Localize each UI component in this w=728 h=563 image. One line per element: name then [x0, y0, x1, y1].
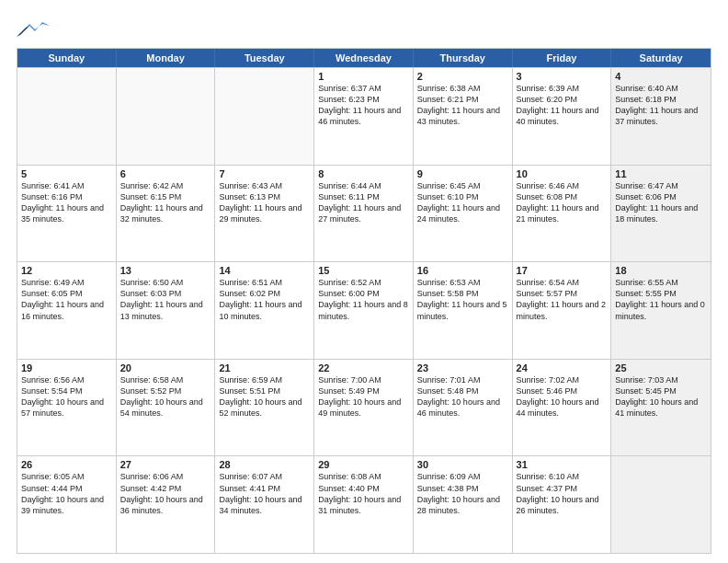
- cal-cell-day-21: 21Sunrise: 6:59 AM Sunset: 5:51 PM Dayli…: [215, 360, 314, 456]
- cal-cell-day-12: 12Sunrise: 6:49 AM Sunset: 6:05 PM Dayli…: [17, 262, 117, 359]
- cal-week-5: 26Sunrise: 6:05 AM Sunset: 4:44 PM Dayli…: [17, 455, 711, 553]
- day-number: 4: [615, 71, 707, 82]
- cell-info: Sunrise: 6:51 AM Sunset: 6:02 PM Dayligh…: [219, 277, 310, 322]
- cal-cell-empty: [215, 68, 314, 165]
- cal-week-4: 19Sunrise: 6:56 AM Sunset: 5:54 PM Dayli…: [17, 359, 711, 456]
- day-number: 11: [615, 168, 707, 179]
- calendar-body: 1Sunrise: 6:37 AM Sunset: 6:23 PM Daylig…: [17, 67, 711, 553]
- cell-info: Sunrise: 6:09 AM Sunset: 4:38 PM Dayligh…: [417, 471, 508, 516]
- day-number: 21: [219, 362, 310, 373]
- cell-info: Sunrise: 6:49 AM Sunset: 6:05 PM Dayligh…: [21, 277, 112, 322]
- cell-info: Sunrise: 6:50 AM Sunset: 6:03 PM Dayligh…: [120, 277, 211, 322]
- cal-week-1: 1Sunrise: 6:37 AM Sunset: 6:23 PM Daylig…: [17, 67, 711, 165]
- cell-info: Sunrise: 6:08 AM Sunset: 4:40 PM Dayligh…: [318, 471, 409, 516]
- cell-info: Sunrise: 6:55 AM Sunset: 5:55 PM Dayligh…: [615, 277, 707, 322]
- cell-info: Sunrise: 6:38 AM Sunset: 6:21 PM Dayligh…: [417, 83, 508, 128]
- day-number: 25: [615, 362, 707, 373]
- cell-info: Sunrise: 6:39 AM Sunset: 6:20 PM Dayligh…: [517, 83, 608, 128]
- cal-cell-day-31: 31Sunrise: 6:10 AM Sunset: 4:37 PM Dayli…: [513, 456, 612, 553]
- header: [17, 17, 711, 42]
- cell-info: Sunrise: 6:06 AM Sunset: 4:42 PM Dayligh…: [120, 471, 211, 516]
- cell-info: Sunrise: 7:00 AM Sunset: 5:49 PM Dayligh…: [318, 374, 409, 419]
- cal-header-sunday: Sunday: [17, 49, 117, 67]
- cal-cell-day-5: 5Sunrise: 6:41 AM Sunset: 6:16 PM Daylig…: [17, 166, 117, 262]
- cal-cell-day-9: 9Sunrise: 6:45 AM Sunset: 6:10 PM Daylig…: [414, 166, 513, 262]
- cell-info: Sunrise: 6:52 AM Sunset: 6:00 PM Dayligh…: [318, 277, 409, 322]
- cal-cell-empty: [117, 68, 216, 165]
- cal-cell-day-2: 2Sunrise: 6:38 AM Sunset: 6:21 PM Daylig…: [414, 68, 513, 165]
- day-number: 26: [21, 459, 112, 470]
- cal-cell-day-13: 13Sunrise: 6:50 AM Sunset: 6:03 PM Dayli…: [117, 262, 216, 359]
- day-number: 18: [615, 265, 707, 276]
- cal-cell-day-3: 3Sunrise: 6:39 AM Sunset: 6:20 PM Daylig…: [513, 68, 612, 165]
- cal-cell-day-18: 18Sunrise: 6:55 AM Sunset: 5:55 PM Dayli…: [611, 262, 711, 359]
- cal-cell-day-22: 22Sunrise: 7:00 AM Sunset: 5:49 PM Dayli…: [314, 360, 414, 456]
- cal-cell-day-10: 10Sunrise: 6:46 AM Sunset: 6:08 PM Dayli…: [513, 166, 612, 262]
- day-number: 29: [318, 459, 409, 470]
- cell-info: Sunrise: 6:56 AM Sunset: 5:54 PM Dayligh…: [21, 374, 112, 419]
- cell-info: Sunrise: 6:54 AM Sunset: 5:57 PM Dayligh…: [517, 277, 608, 322]
- day-number: 24: [517, 362, 608, 373]
- cal-header-tuesday: Tuesday: [215, 49, 314, 67]
- cal-week-3: 12Sunrise: 6:49 AM Sunset: 6:05 PM Dayli…: [17, 261, 711, 359]
- cal-cell-day-26: 26Sunrise: 6:05 AM Sunset: 4:44 PM Dayli…: [17, 456, 117, 553]
- logo-bird-icon: [17, 17, 50, 42]
- day-number: 9: [417, 168, 508, 179]
- cell-info: Sunrise: 7:01 AM Sunset: 5:48 PM Dayligh…: [417, 374, 508, 419]
- day-number: 22: [318, 362, 409, 373]
- cell-info: Sunrise: 6:10 AM Sunset: 4:37 PM Dayligh…: [517, 471, 608, 516]
- cell-info: Sunrise: 7:03 AM Sunset: 5:45 PM Dayligh…: [615, 374, 707, 419]
- day-number: 6: [120, 168, 211, 179]
- cell-info: Sunrise: 6:44 AM Sunset: 6:11 PM Dayligh…: [318, 180, 409, 225]
- cal-cell-empty: [17, 68, 117, 165]
- cell-info: Sunrise: 6:45 AM Sunset: 6:10 PM Dayligh…: [417, 180, 508, 225]
- day-number: 12: [21, 265, 112, 276]
- svg-marker-0: [20, 22, 50, 35]
- cell-info: Sunrise: 6:47 AM Sunset: 6:06 PM Dayligh…: [615, 180, 707, 225]
- day-number: 14: [219, 265, 310, 276]
- cal-cell-empty: [611, 456, 711, 553]
- cell-info: Sunrise: 6:46 AM Sunset: 6:08 PM Dayligh…: [517, 180, 608, 225]
- day-number: 2: [417, 71, 508, 82]
- cell-info: Sunrise: 6:40 AM Sunset: 6:18 PM Dayligh…: [615, 83, 707, 128]
- logo: [17, 17, 53, 42]
- cal-cell-day-30: 30Sunrise: 6:09 AM Sunset: 4:38 PM Dayli…: [414, 456, 513, 553]
- cal-cell-day-20: 20Sunrise: 6:58 AM Sunset: 5:52 PM Dayli…: [117, 360, 216, 456]
- day-number: 31: [517, 459, 608, 470]
- cal-header-thursday: Thursday: [414, 49, 513, 67]
- cal-header-saturday: Saturday: [611, 49, 711, 67]
- cal-cell-day-4: 4Sunrise: 6:40 AM Sunset: 6:18 PM Daylig…: [611, 68, 711, 165]
- cal-week-2: 5Sunrise: 6:41 AM Sunset: 6:16 PM Daylig…: [17, 165, 711, 262]
- day-number: 3: [517, 71, 608, 82]
- cell-info: Sunrise: 6:42 AM Sunset: 6:15 PM Dayligh…: [120, 180, 211, 225]
- page: SundayMondayTuesdayWednesdayThursdayFrid…: [0, 0, 728, 563]
- cell-info: Sunrise: 6:59 AM Sunset: 5:51 PM Dayligh…: [219, 374, 310, 419]
- svg-marker-1: [17, 26, 29, 37]
- day-number: 7: [219, 168, 310, 179]
- cal-cell-day-11: 11Sunrise: 6:47 AM Sunset: 6:06 PM Dayli…: [611, 166, 711, 262]
- calendar: SundayMondayTuesdayWednesdayThursdayFrid…: [17, 48, 711, 554]
- cal-cell-day-16: 16Sunrise: 6:53 AM Sunset: 5:58 PM Dayli…: [414, 262, 513, 359]
- cal-header-monday: Monday: [117, 49, 216, 67]
- day-number: 1: [318, 71, 409, 82]
- day-number: 10: [517, 168, 608, 179]
- day-number: 8: [318, 168, 409, 179]
- day-number: 5: [21, 168, 112, 179]
- cell-info: Sunrise: 6:37 AM Sunset: 6:23 PM Dayligh…: [318, 83, 409, 128]
- cell-info: Sunrise: 6:41 AM Sunset: 6:16 PM Dayligh…: [21, 180, 112, 225]
- cal-cell-day-28: 28Sunrise: 6:07 AM Sunset: 4:41 PM Dayli…: [215, 456, 314, 553]
- cal-cell-day-1: 1Sunrise: 6:37 AM Sunset: 6:23 PM Daylig…: [314, 68, 414, 165]
- cal-cell-day-17: 17Sunrise: 6:54 AM Sunset: 5:57 PM Dayli…: [513, 262, 612, 359]
- cal-cell-day-19: 19Sunrise: 6:56 AM Sunset: 5:54 PM Dayli…: [17, 360, 117, 456]
- day-number: 20: [120, 362, 211, 373]
- cell-info: Sunrise: 6:05 AM Sunset: 4:44 PM Dayligh…: [21, 471, 112, 516]
- day-number: 15: [318, 265, 409, 276]
- cal-cell-day-14: 14Sunrise: 6:51 AM Sunset: 6:02 PM Dayli…: [215, 262, 314, 359]
- calendar-header-row: SundayMondayTuesdayWednesdayThursdayFrid…: [17, 49, 711, 67]
- day-number: 13: [120, 265, 211, 276]
- day-number: 30: [417, 459, 508, 470]
- cal-cell-day-23: 23Sunrise: 7:01 AM Sunset: 5:48 PM Dayli…: [414, 360, 513, 456]
- day-number: 28: [219, 459, 310, 470]
- day-number: 16: [417, 265, 508, 276]
- cal-cell-day-24: 24Sunrise: 7:02 AM Sunset: 5:46 PM Dayli…: [513, 360, 612, 456]
